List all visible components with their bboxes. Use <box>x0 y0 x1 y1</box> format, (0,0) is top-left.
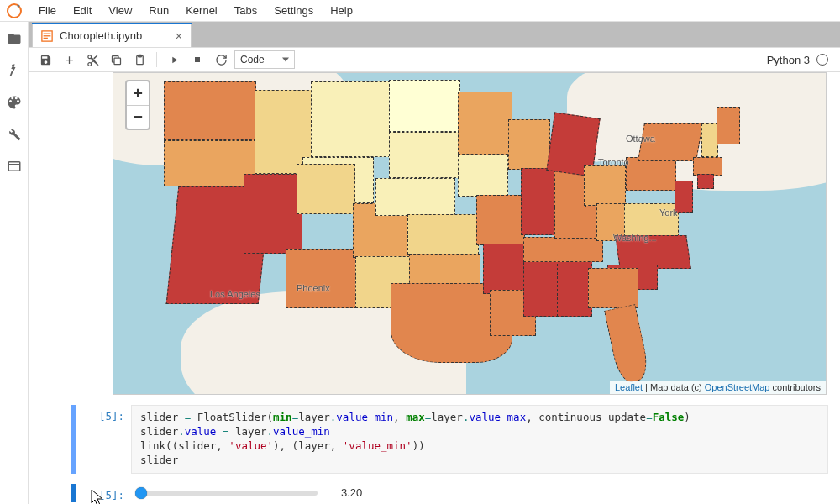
state-me <box>717 107 740 144</box>
tabbar: Choropleth.ipynb × <box>29 22 840 47</box>
map-attribution: Leaflet | Map data (c) OpenStreetMap con… <box>610 381 826 394</box>
label-new-york: York <box>659 207 678 218</box>
kernel-indicator-icon[interactable] <box>816 54 828 66</box>
menu-help[interactable]: Help <box>322 1 361 20</box>
svg-rect-3 <box>8 162 20 171</box>
main-row: Choropleth.ipynb × Code Python 3 <box>0 22 840 504</box>
state-nv <box>244 174 302 254</box>
kernel-name[interactable]: Python 3 <box>767 54 810 66</box>
menu-view[interactable]: View <box>100 1 140 20</box>
label-toronto: Toronto <box>598 157 629 167</box>
state-fl <box>604 304 651 385</box>
state-ok <box>409 254 480 287</box>
svg-rect-6 <box>44 33 51 34</box>
label-ottawa: Ottawa <box>626 134 655 144</box>
tab-choropleth[interactable]: Choropleth.ipynb × <box>32 24 192 47</box>
leaflet-link[interactable]: Leaflet <box>615 382 643 392</box>
palette-icon[interactable] <box>6 94 23 111</box>
svg-rect-11 <box>138 55 141 57</box>
save-button[interactable] <box>35 50 55 70</box>
notebook-body[interactable]: + − <box>29 72 840 504</box>
state-nd <box>389 80 460 132</box>
wrench-icon[interactable] <box>6 126 23 143</box>
svg-rect-12 <box>195 57 200 62</box>
copy-button[interactable] <box>106 50 126 70</box>
state-mo <box>476 195 525 245</box>
menu-run[interactable]: Run <box>140 1 177 20</box>
stop-button[interactable] <box>187 50 207 70</box>
kernel-status: Python 3 <box>767 54 833 66</box>
svg-rect-9 <box>114 58 121 65</box>
state-ia <box>458 155 508 197</box>
state-il <box>521 168 556 235</box>
state-ga <box>588 268 638 308</box>
state-pa <box>626 157 676 191</box>
slider-thumb[interactable] <box>135 487 147 499</box>
state-ct <box>697 174 714 189</box>
state-vt-nh <box>701 123 718 157</box>
out-prompt: [5]: <box>77 484 131 501</box>
state-wi <box>508 119 550 170</box>
content-area: Choropleth.ipynb × Code Python 3 <box>29 22 840 504</box>
state-mn <box>458 92 512 155</box>
celltype-value: Code <box>240 54 265 66</box>
menu-file[interactable]: File <box>30 1 65 20</box>
paste-button[interactable] <box>129 50 150 70</box>
osm-link[interactable]: OpenStreetMap <box>705 382 770 392</box>
state-ms <box>523 258 559 317</box>
close-icon[interactable]: × <box>176 29 182 43</box>
code-input[interactable]: slider = FloatSlider(min=layer.value_min… <box>131 405 828 474</box>
state-ut <box>297 164 355 214</box>
output-cell-5: [5]: 3.20 <box>29 484 840 502</box>
left-sidebar <box>0 22 29 504</box>
code-cell-5[interactable]: [5]: slider = FloatSlider(min=layer.valu… <box>29 405 840 474</box>
state-ne <box>375 178 455 216</box>
folder-icon[interactable] <box>6 30 23 47</box>
menubar: File Edit View Run Kernel Tabs Settings … <box>0 0 840 22</box>
tab-title: Choropleth.ipynb <box>60 29 142 42</box>
zoom-control: + − <box>125 80 150 130</box>
leaflet-map[interactable]: + − <box>113 72 827 395</box>
state-ky <box>554 203 596 239</box>
app-root: File Edit View Run Kernel Tabs Settings … <box>0 0 840 504</box>
add-cell-button[interactable] <box>59 50 79 70</box>
state-tn <box>523 237 603 262</box>
zoom-in-button[interactable]: + <box>127 81 149 105</box>
label-washington: Washing... <box>613 233 657 243</box>
state-ks <box>407 214 479 255</box>
svg-point-1 <box>18 4 20 7</box>
label-los-angeles: Los Angeles <box>210 289 260 299</box>
state-ar <box>483 244 525 294</box>
notebook-icon <box>41 30 53 42</box>
menu-tabs[interactable]: Tabs <box>226 1 265 20</box>
notebook-toolbar: Code Python 3 <box>29 47 840 72</box>
slider-value: 3.20 <box>341 486 362 499</box>
label-phoenix: Phoenix <box>297 283 330 293</box>
menu-edit[interactable]: Edit <box>65 1 100 20</box>
state-mt <box>311 81 391 157</box>
jupyter-logo <box>3 0 25 22</box>
celltype-select[interactable]: Code <box>234 50 295 69</box>
svg-point-2 <box>12 65 14 67</box>
state-or <box>164 140 256 186</box>
state-al <box>557 260 592 317</box>
cut-button[interactable] <box>82 50 102 70</box>
state-wa-or-block <box>164 81 256 140</box>
in-prompt: [5]: <box>77 405 131 474</box>
running-icon[interactable] <box>6 62 23 79</box>
state-ma <box>693 157 722 176</box>
float-slider[interactable] <box>138 491 318 496</box>
svg-rect-8 <box>44 37 48 38</box>
state-sd <box>389 132 460 178</box>
run-button[interactable] <box>164 50 184 70</box>
menu-kernel[interactable]: Kernel <box>177 1 226 20</box>
restart-button[interactable] <box>211 50 231 70</box>
panel-icon[interactable] <box>6 158 23 175</box>
zoom-out-button[interactable]: − <box>127 105 149 129</box>
state-az <box>286 249 357 308</box>
svg-rect-7 <box>44 35 51 36</box>
menu-settings[interactable]: Settings <box>265 1 322 20</box>
state-oh <box>584 165 626 206</box>
